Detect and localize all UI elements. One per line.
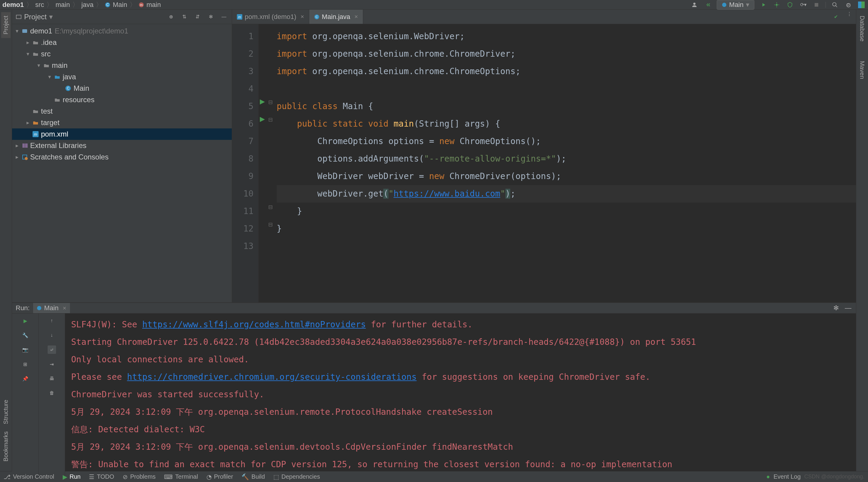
structure-tool-tab[interactable]: Structure <box>1 396 10 428</box>
tree-row[interactable]: resources <box>12 94 232 106</box>
run-tab[interactable]: Main × <box>33 303 70 313</box>
console-line: 5月 29, 2024 3:12:09 下午 org.openqa.seleni… <box>71 438 850 456</box>
breadcrumb-item[interactable]: src <box>35 1 44 9</box>
collapse-all-icon[interactable]: ⇵ <box>193 13 202 21</box>
run-tab[interactable]: ▶Run <box>63 473 81 481</box>
tree-row[interactable]: ▸.idea <box>12 37 232 48</box>
version-control-tab[interactable]: ⎇Version Control <box>4 473 54 481</box>
breadcrumb-item[interactable]: main <box>56 1 70 9</box>
database-tool-tab[interactable]: Database <box>858 12 867 45</box>
search-icon[interactable] <box>831 1 839 9</box>
breadcrumb-item[interactable]: main <box>147 1 161 9</box>
bookmarks-tool-tab[interactable]: Bookmarks <box>1 428 10 465</box>
tree-row[interactable]: test <box>12 106 232 117</box>
debug-icon[interactable] <box>772 1 781 9</box>
breadcrumb-item[interactable]: Main <box>113 1 127 9</box>
tree-label: main <box>52 61 67 70</box>
code-line[interactable] <box>277 80 856 98</box>
editor-more-icon[interactable]: ⋮ <box>845 10 854 18</box>
print-icon[interactable]: 🖶 <box>48 374 56 383</box>
hide-panel-icon[interactable]: — <box>220 13 228 21</box>
code-line[interactable] <box>277 238 856 255</box>
user-icon[interactable] <box>690 1 699 9</box>
event-log-button[interactable]: Event Log <box>774 473 801 480</box>
tree-row[interactable]: CMain <box>12 83 232 94</box>
tree-row[interactable]: ▾java <box>12 71 232 83</box>
select-opened-icon[interactable]: ⊕ <box>167 13 175 21</box>
fold-marker[interactable]: ⊟ <box>268 116 273 123</box>
console-output[interactable]: SLF4J(W): See https://www.slf4j.org/code… <box>65 313 856 476</box>
code-line[interactable]: import org.openqa.selenium.chrome.Chrome… <box>277 45 856 63</box>
code-line[interactable]: webDriver.get("https://www.baidu.com"); <box>277 185 856 203</box>
dump-icon[interactable]: 📷 <box>21 345 30 354</box>
run-icon[interactable] <box>759 1 768 9</box>
breadcrumb-item[interactable]: java <box>82 1 93 9</box>
clear-icon[interactable]: 🗑 <box>48 389 56 397</box>
down-icon[interactable]: ↓ <box>48 331 56 339</box>
run-line-marker[interactable]: ▶ <box>260 98 265 106</box>
terminal-tab[interactable]: ⌨Terminal <box>164 473 198 481</box>
run-configuration-selector[interactable]: Main ▾ <box>717 0 754 10</box>
code-line[interactable]: public static void main(String[] args) { <box>277 115 856 132</box>
tree-row[interactable]: mpom.xml <box>12 128 232 140</box>
build-tab[interactable]: 🔨Build <box>241 473 265 481</box>
tree-row[interactable]: ▾src <box>12 48 232 60</box>
tree-row[interactable]: ▸Scratches and Consoles <box>12 151 232 163</box>
code-line[interactable]: ChromeOptions options = new ChromeOption… <box>277 132 856 150</box>
expand-all-icon[interactable]: ⇅ <box>180 13 188 21</box>
breadcrumb-root[interactable]: demo1 <box>2 1 24 9</box>
ide-icon[interactable] <box>857 1 866 9</box>
hide-run-icon[interactable]: — <box>844 304 852 312</box>
svg-point-4 <box>693 2 695 4</box>
scroll-end-icon[interactable]: ⇥ <box>48 360 56 368</box>
dependencies-tab[interactable]: ⬚Dependencies <box>273 473 320 481</box>
console-line: 5月 29, 2024 3:12:09 下午 org.openqa.seleni… <box>71 403 850 421</box>
soft-wrap-icon[interactable]: ⤶ <box>48 345 56 354</box>
layout-icon[interactable]: ⊞ <box>21 360 30 368</box>
inspection-status-icon[interactable]: ✔ <box>829 10 843 24</box>
fold-marker[interactable]: ⊟ <box>268 99 273 106</box>
close-icon[interactable]: × <box>354 13 358 20</box>
maven-tool-tab[interactable]: Maven <box>858 57 867 83</box>
code-content[interactable]: import org.openqa.selenium.WebDriver;imp… <box>258 24 856 302</box>
code-line[interactable]: } <box>277 203 856 220</box>
fold-marker[interactable]: ⊟ <box>268 221 273 228</box>
profiler-icon[interactable]: ⟳▾ <box>799 1 807 9</box>
build-icon[interactable] <box>704 1 712 9</box>
profiler-tab[interactable]: ◔Profiler <box>207 473 233 481</box>
editor-tab[interactable]: CMain.java× <box>309 10 363 24</box>
stop-icon[interactable]: 🔧 <box>21 331 30 339</box>
dropdown-icon[interactable]: ▾ <box>49 13 53 21</box>
code-line[interactable]: WebDriver webDriver = new ChromeDriver(o… <box>277 168 856 185</box>
close-icon[interactable]: × <box>63 305 66 312</box>
coverage-icon[interactable] <box>786 1 794 9</box>
rerun-icon[interactable]: ▶ <box>21 317 30 325</box>
fold-marker[interactable]: ⊟ <box>268 204 273 210</box>
tree-row[interactable]: ▾demo1E:\mysqlproject\demo1 <box>12 25 232 37</box>
code-editor[interactable]: 12345678910111213 ▶▶ ⊟⊟⊟⊟ import org.ope… <box>232 24 856 302</box>
code-line[interactable]: } <box>277 220 856 238</box>
settings-icon[interactable] <box>844 1 852 9</box>
panel-settings-icon[interactable]: ✻ <box>207 13 215 21</box>
code-line[interactable]: import org.openqa.selenium.WebDriver; <box>277 28 856 45</box>
class-icon: C <box>314 14 319 20</box>
tree-row[interactable]: ▾main <box>12 60 232 71</box>
run-settings-icon[interactable]: ✻ <box>832 304 840 312</box>
problems-tab[interactable]: ⊘Problems <box>123 473 156 481</box>
close-icon[interactable]: × <box>301 13 304 20</box>
tab-label: pom.xml (demo1) <box>245 13 296 21</box>
run-line-marker[interactable]: ▶ <box>260 115 265 123</box>
code-line[interactable]: import org.openqa.selenium.chrome.Chrome… <box>277 63 856 80</box>
editor-tab[interactable]: mpom.xml (demo1)× <box>232 10 309 24</box>
console-line: ChromeDriver was started successfully. <box>71 386 850 403</box>
project-tree[interactable]: ▾demo1E:\mysqlproject\demo1▸.idea▾src▾ma… <box>12 24 232 302</box>
project-tool-tab[interactable]: Project <box>1 12 10 38</box>
up-icon[interactable]: ↑ <box>48 317 56 325</box>
todo-tab[interactable]: ☰TODO <box>89 473 114 481</box>
code-line[interactable]: public class Main { <box>277 98 856 115</box>
tree-row[interactable]: ▸target <box>12 117 232 128</box>
pin-icon[interactable]: 📌 <box>21 374 30 383</box>
tree-row[interactable]: ▸External Libraries <box>12 140 232 151</box>
code-line[interactable]: options.addArguments("--remote-allow-ori… <box>277 150 856 168</box>
stop-icon[interactable] <box>812 1 821 9</box>
